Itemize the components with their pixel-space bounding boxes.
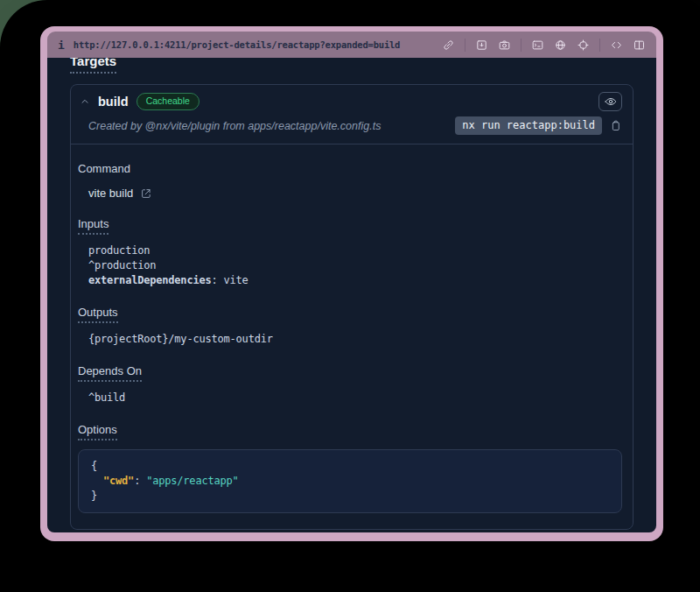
clipboard-icon <box>609 119 622 132</box>
project-details-content: Targets build Cacheable Created by @nx/v… <box>47 58 656 532</box>
depends-on-label[interactable]: Depends On <box>78 364 142 382</box>
json-close-brace: } <box>91 489 609 504</box>
outputs-label[interactable]: Outputs <box>78 306 118 323</box>
inputs-section: Inputs production ^production externalDe… <box>78 215 622 288</box>
external-link-icon <box>140 187 152 200</box>
open-config-button[interactable] <box>140 187 152 200</box>
info-icon: i <box>58 39 65 51</box>
json-string-value: "apps/reactapp" <box>146 475 238 487</box>
globe-icon[interactable] <box>554 39 567 52</box>
input-item: ^production <box>88 258 622 273</box>
options-section: Options { "cwd": "apps/reactapp" } <box>78 421 622 513</box>
command-value: vite build <box>88 187 133 200</box>
json-colon: : <box>134 475 146 487</box>
outputs-list: {projectRoot}/my-custom-outdir <box>78 332 622 347</box>
build-card-header[interactable]: build Cacheable <box>71 85 633 115</box>
toolbar-divider <box>465 39 466 52</box>
command-value-row: vite build <box>78 187 622 200</box>
output-item: {projectRoot}/my-custom-outdir <box>88 332 622 347</box>
json-kv-line: "cwd": "apps/reactapp" <box>91 474 609 489</box>
json-open-brace: { <box>91 459 609 474</box>
input-kv-key: externalDependencies <box>88 274 212 286</box>
browser-window: i http://127.0.0.1:4211/project-details/… <box>40 26 663 541</box>
split-panel-icon[interactable] <box>633 39 646 52</box>
url-text[interactable]: http://127.0.0.1:4211/project-details/re… <box>74 39 400 50</box>
build-card-body: Command vite build Inputs production <box>71 144 633 529</box>
crosshair-icon[interactable] <box>577 39 590 52</box>
toolbar-icons <box>442 39 646 52</box>
options-label[interactable]: Options <box>78 423 117 440</box>
chevron-up-icon[interactable] <box>80 96 90 107</box>
input-item: production <box>88 243 622 258</box>
camera-icon[interactable] <box>498 39 511 52</box>
json-key: "cwd" <box>103 475 134 487</box>
copy-command-button[interactable] <box>609 119 622 132</box>
cacheable-badge: Cacheable <box>136 93 200 110</box>
page-title: Targets <box>70 58 116 74</box>
build-card-subheader: Created by @nx/vite/plugin from apps/rea… <box>71 115 633 144</box>
target-name: build <box>98 95 129 109</box>
depends-on-item: ^build <box>88 391 622 405</box>
depends-on-section: Depends On ^build <box>78 363 622 405</box>
input-item: externalDependencies: vite <box>88 273 622 288</box>
depends-on-list: ^build <box>78 391 622 405</box>
link-icon[interactable] <box>442 39 455 52</box>
command-section: Command vite build <box>78 160 622 200</box>
command-label: Command <box>78 162 130 178</box>
outputs-section: Outputs {projectRoot}/my-custom-outdir <box>78 304 622 347</box>
run-command-chip: nx run reactapp:build <box>455 116 602 135</box>
browser-toolbar: i http://127.0.0.1:4211/project-details/… <box>47 32 656 58</box>
terminal-icon[interactable] <box>531 39 544 52</box>
toolbar-divider <box>599 39 600 52</box>
view-target-button[interactable] <box>598 92 622 111</box>
code-icon[interactable] <box>610 39 623 52</box>
eye-icon <box>604 95 618 109</box>
page-viewport: Targets build Cacheable Created by @nx/v… <box>47 58 656 532</box>
target-card-build: build Cacheable Created by @nx/vite/plug… <box>70 84 634 530</box>
input-kv-value: : vite <box>212 274 248 286</box>
options-json-box: { "cwd": "apps/reactapp" } <box>78 449 622 513</box>
inputs-label[interactable]: Inputs <box>78 217 108 235</box>
created-by-text: Created by @nx/vite/plugin from apps/rea… <box>88 120 381 132</box>
inputs-list: production ^production externalDependenc… <box>78 243 622 288</box>
download-tray-icon[interactable] <box>475 39 488 52</box>
toolbar-divider <box>521 39 522 52</box>
